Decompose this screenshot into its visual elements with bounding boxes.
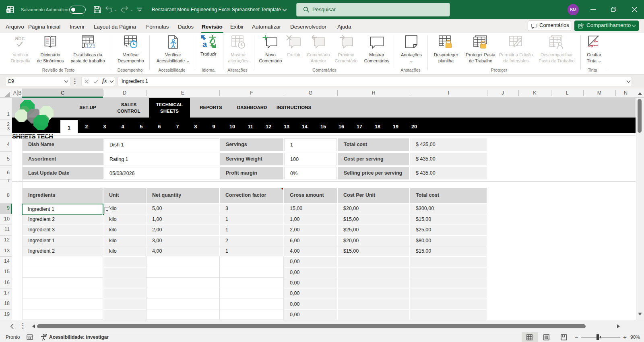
svg-text:abc: abc — [15, 35, 25, 41]
svg-text:a: a — [202, 40, 207, 48]
svg-text:123: 123 — [86, 43, 95, 49]
svg-text:x: x — [7, 9, 9, 13]
